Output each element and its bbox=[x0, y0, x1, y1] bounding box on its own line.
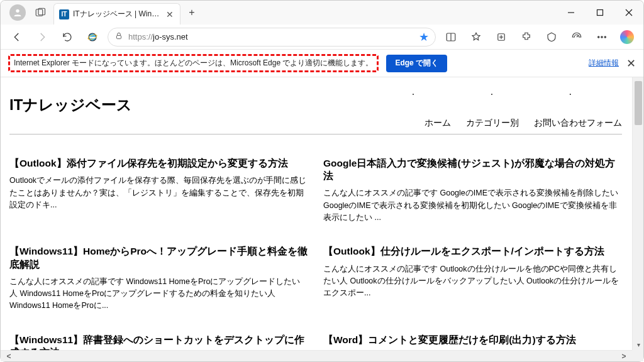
svg-point-18 bbox=[604, 36, 606, 37]
tab-close-icon[interactable]: ✕ bbox=[165, 9, 175, 19]
article-card[interactable]: 【Windows11】HomeからProへ！アップグレード手順と料金を徹底解説こ… bbox=[9, 245, 308, 312]
article-title: Google日本語入力で変換候補(サジェスト)が邪魔な場合の対処方法 bbox=[323, 157, 622, 182]
window-maximize-button[interactable] bbox=[586, 1, 614, 25]
svg-rect-4 bbox=[597, 10, 603, 16]
profile-avatar[interactable] bbox=[9, 4, 26, 21]
ie-mode-details-link[interactable]: 詳細情報 bbox=[589, 58, 619, 69]
refresh-button[interactable] bbox=[57, 27, 77, 47]
article-excerpt: こんな人にオススメの記事です GoogleのIMEで表示される変換候補を削除した… bbox=[323, 187, 622, 224]
divider bbox=[9, 134, 622, 134]
open-in-edge-button[interactable]: Edge で開く bbox=[386, 55, 447, 72]
article-card[interactable]: 【Word】コメントと変更履歴だけを印刷(出力)する方法こんな人にオススメの記事… bbox=[323, 334, 622, 350]
split-screen-icon[interactable] bbox=[441, 27, 461, 47]
horizontal-scrollbar[interactable]: < > bbox=[1, 350, 632, 361]
scrollbar-thumb[interactable] bbox=[635, 81, 642, 125]
article-title: 【Word】コメントと変更履歴だけを印刷(出力)する方法 bbox=[323, 334, 622, 346]
article-excerpt: こんな人にオススメの記事です Outlookの仕分けルールを他のPCや同僚と共有… bbox=[323, 263, 622, 300]
address-bar: https://jo-sys.net ★ bbox=[1, 25, 643, 50]
tab-actions-icon[interactable] bbox=[32, 4, 48, 21]
window-minimize-button[interactable] bbox=[557, 1, 586, 25]
article-title: 【Windows11】HomeからProへ！アップグレード手順と料金を徹底解説 bbox=[9, 245, 308, 270]
lock-icon bbox=[114, 31, 123, 43]
more-menu-icon[interactable] bbox=[592, 27, 612, 47]
extensions-icon[interactable] bbox=[516, 27, 536, 47]
favicon-icon: IT bbox=[59, 9, 69, 19]
forward-button[interactable] bbox=[32, 27, 52, 47]
article-title: 【Windows11】辞書登録へのショートカットをデスクトップに作成する方法 bbox=[9, 334, 308, 350]
article-card[interactable]: 【Outlook】仕分けルールをエクスポート/インポートする方法こんな人にオスス… bbox=[323, 245, 622, 312]
article-title: 【Outlook】添付ファイル保存先を初期設定から変更する方法 bbox=[9, 157, 308, 170]
article-excerpt: Outlookでメールの添付ファイルを保存する際、毎回保存先を選ぶのが手間に感じ… bbox=[9, 175, 308, 211]
browser-tab[interactable]: IT ITナレッジベース | WindowsとiPhone ✕ bbox=[53, 3, 180, 25]
svg-line-15 bbox=[577, 35, 579, 37]
svg-rect-9 bbox=[117, 35, 121, 38]
article-excerpt: こんな人にオススメの記事です Windows11 HomeをProにアップグレー… bbox=[9, 276, 308, 312]
favorites-icon[interactable] bbox=[466, 27, 486, 47]
svg-point-0 bbox=[16, 9, 19, 13]
tab-title: ITナレッジベース | WindowsとiPhone bbox=[73, 9, 161, 19]
svg-point-17 bbox=[601, 36, 602, 37]
menu-contact[interactable]: お問い合わせフォーム bbox=[534, 118, 622, 128]
site-title: ITナレッジベース bbox=[9, 95, 622, 115]
copilot-icon[interactable] bbox=[617, 27, 637, 47]
performance-icon[interactable] bbox=[567, 27, 587, 47]
infobar-close-icon[interactable]: ✕ bbox=[626, 57, 636, 70]
ie-mode-infobar: Internet Explorer モードになっています。ほとんどのページは、M… bbox=[1, 50, 643, 77]
browser-essentials-icon[interactable] bbox=[541, 27, 562, 47]
article-card[interactable]: 【Outlook】添付ファイル保存先を初期設定から変更する方法Outlookでメ… bbox=[9, 157, 308, 224]
ie-mode-message-highlight: Internet Explorer モードになっています。ほとんどのページは、M… bbox=[8, 54, 379, 72]
article-grid: 【Outlook】添付ファイル保存先を初期設定から変更する方法Outlookでメ… bbox=[9, 157, 622, 350]
article-card[interactable]: 【Windows11】辞書登録へのショートカットをデスクトップに作成する方法こん… bbox=[9, 334, 308, 350]
page-body: . . . ITナレッジベース ホーム カテゴリー別 お問い合わせフォーム 【O… bbox=[1, 77, 631, 350]
titlebar: IT ITナレッジベース | WindowsとiPhone ✕ + bbox=[1, 1, 643, 25]
url-text: https://jo-sys.net bbox=[128, 32, 188, 41]
vertical-scrollbar[interactable]: ▾ bbox=[632, 77, 643, 350]
article-card[interactable]: Google日本語入力で変換候補(サジェスト)が邪魔な場合の対処方法こんな人にオ… bbox=[323, 157, 622, 224]
scroll-down-icon[interactable]: ▾ bbox=[633, 339, 643, 350]
menu-home[interactable]: ホーム bbox=[425, 118, 451, 128]
scroll-left-icon[interactable]: < bbox=[3, 352, 14, 361]
article-title: 【Outlook】仕分けルールをエクスポート/インポートする方法 bbox=[323, 245, 622, 258]
scroll-right-icon[interactable]: > bbox=[618, 352, 630, 361]
new-tab-button[interactable]: + bbox=[183, 4, 201, 21]
svg-point-16 bbox=[598, 36, 599, 37]
ie-mode-message: Internet Explorer モードになっています。ほとんどのページは、M… bbox=[14, 58, 373, 69]
menu-dots: . . . bbox=[412, 86, 608, 97]
menu-category[interactable]: カテゴリー別 bbox=[466, 118, 519, 128]
content-area: . . . ITナレッジベース ホーム カテゴリー別 お問い合わせフォーム 【O… bbox=[1, 77, 643, 361]
site-menu: ホーム カテゴリー別 お問い合わせフォーム bbox=[9, 118, 622, 129]
scrollbar-corner bbox=[632, 350, 643, 361]
collections-icon[interactable] bbox=[491, 27, 511, 47]
url-field[interactable]: https://jo-sys.net ★ bbox=[108, 28, 436, 47]
favorite-icon[interactable]: ★ bbox=[419, 30, 429, 44]
back-button[interactable] bbox=[7, 27, 27, 47]
window-close-button[interactable] bbox=[614, 1, 643, 25]
ie-mode-icon[interactable] bbox=[82, 27, 103, 47]
